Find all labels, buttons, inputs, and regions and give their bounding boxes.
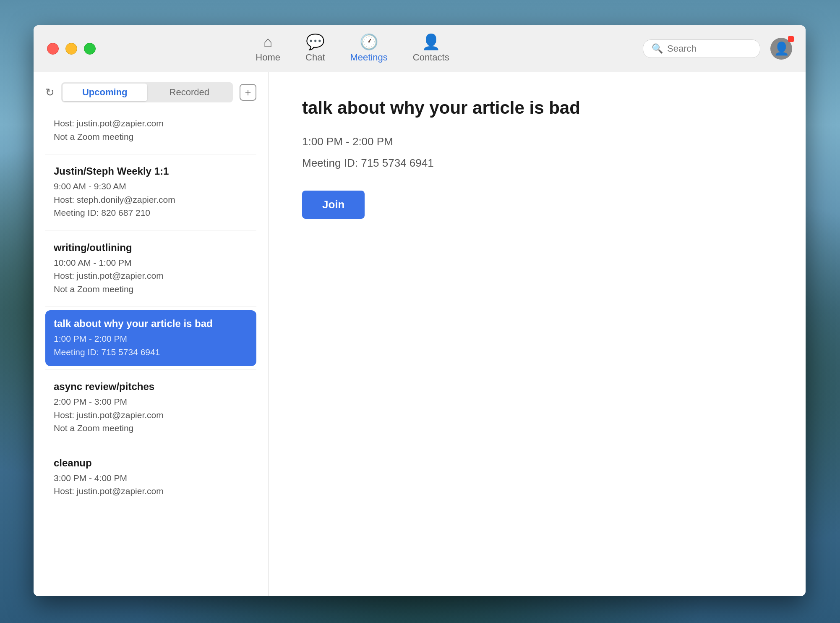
chat-label: Chat — [305, 52, 325, 63]
meeting-host: Host: steph.donily@zapier.com — [54, 193, 248, 207]
meeting-extra: Not a Zoom meeting — [54, 283, 248, 296]
upcoming-tab[interactable]: Upcoming — [63, 84, 147, 101]
list-item[interactable]: Host: justin.pot@zapier.com Not a Zoom m… — [45, 109, 256, 151]
home-icon: ⌂ — [263, 34, 273, 50]
meeting-divider — [45, 369, 256, 370]
meeting-title: talk about why your article is bad — [54, 318, 248, 330]
close-button[interactable] — [47, 43, 59, 55]
meeting-id: Meeting ID: 715 5734 6941 — [54, 346, 248, 359]
toggle-group: Upcoming Recorded — [61, 82, 233, 102]
meeting-host: Host: justin.pot@zapier.com — [54, 408, 248, 422]
sidebar: ↻ Upcoming Recorded ＋ Host: justin.pot@z… — [34, 72, 269, 596]
meeting-extra: Not a Zoom meeting — [54, 130, 248, 144]
meeting-host: Host: justin.pot@zapier.com — [54, 484, 248, 498]
add-meeting-button[interactable]: ＋ — [240, 84, 256, 101]
calendar-badge — [788, 36, 794, 42]
meeting-title: writing/outlining — [54, 242, 248, 254]
detail-panel: talk about why your article is bad 1:00 … — [269, 72, 806, 596]
chat-icon: 💬 — [306, 34, 325, 50]
meeting-host: Host: justin.pot@zapier.com — [54, 269, 248, 283]
join-button[interactable]: Join — [302, 191, 365, 219]
meeting-divider — [45, 154, 256, 154]
avatar-wrapper — [770, 38, 792, 60]
list-item[interactable]: Justin/Steph Weekly 1:1 9:00 AM - 9:30 A… — [45, 158, 256, 227]
meeting-time: 10:00 AM - 1:00 PM — [54, 256, 248, 270]
meeting-time: 1:00 PM - 2:00 PM — [54, 332, 248, 346]
titlebar: ⌂ Home 💬 Chat 🕐 Meetings 👤 Contacts 🔍 — [34, 25, 806, 72]
detail-meeting-id: Meeting ID: 715 5734 6941 — [302, 157, 772, 170]
contacts-label: Contacts — [413, 52, 449, 63]
list-item[interactable]: async review/pitches 2:00 PM - 3:00 PM H… — [45, 373, 256, 442]
meeting-title: cleanup — [54, 457, 248, 469]
meetings-label: Meetings — [350, 52, 388, 63]
search-input[interactable] — [667, 43, 751, 54]
meeting-list: Host: justin.pot@zapier.com Not a Zoom m… — [34, 109, 268, 596]
tab-chat[interactable]: 💬 Chat — [305, 34, 325, 63]
meeting-divider — [45, 306, 256, 307]
contacts-icon: 👤 — [422, 34, 441, 50]
meeting-id: Meeting ID: 820 687 210 — [54, 206, 248, 220]
meeting-time: 9:00 AM - 9:30 AM — [54, 180, 248, 193]
tab-home[interactable]: ⌂ Home — [256, 34, 280, 63]
meeting-host: Host: justin.pot@zapier.com — [54, 117, 248, 130]
list-item-selected[interactable]: talk about why your article is bad 1:00 … — [45, 310, 256, 366]
app-window: ⌂ Home 💬 Chat 🕐 Meetings 👤 Contacts 🔍 — [34, 25, 806, 596]
recorded-tab[interactable]: Recorded — [147, 84, 232, 101]
meeting-title: Justin/Steph Weekly 1:1 — [54, 165, 248, 177]
meeting-time: 3:00 PM - 4:00 PM — [54, 471, 248, 485]
sidebar-header: ↻ Upcoming Recorded ＋ — [34, 72, 268, 109]
search-icon: 🔍 — [652, 43, 663, 54]
detail-title: talk about why your article is bad — [302, 97, 772, 118]
meeting-title: async review/pitches — [54, 381, 248, 393]
meeting-time: 2:00 PM - 3:00 PM — [54, 395, 248, 408]
meeting-extra: Not a Zoom meeting — [54, 421, 248, 435]
main-content: ↻ Upcoming Recorded ＋ Host: justin.pot@z… — [34, 72, 806, 596]
list-item[interactable]: writing/outlining 10:00 AM - 1:00 PM Hos… — [45, 234, 256, 304]
meeting-divider — [45, 230, 256, 231]
meetings-icon: 🕐 — [360, 34, 378, 50]
list-item[interactable]: cleanup 3:00 PM - 4:00 PM Host: justin.p… — [45, 450, 256, 505]
tab-meetings[interactable]: 🕐 Meetings — [350, 34, 388, 63]
tab-contacts[interactable]: 👤 Contacts — [413, 34, 449, 63]
refresh-icon[interactable]: ↻ — [45, 86, 55, 99]
nav-tabs: ⌂ Home 💬 Chat 🕐 Meetings 👤 Contacts — [62, 34, 643, 63]
meeting-divider — [45, 446, 256, 446]
search-bar[interactable]: 🔍 — [643, 39, 760, 58]
home-label: Home — [256, 52, 280, 63]
detail-time: 1:00 PM - 2:00 PM — [302, 135, 772, 148]
